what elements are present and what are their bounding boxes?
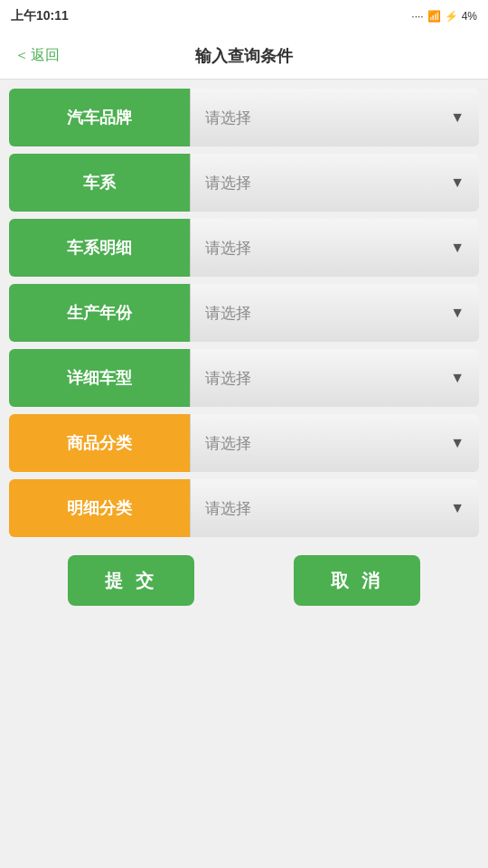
production-year-chevron-icon: ▼ — [450, 305, 465, 321]
product-category-value: 请选择 — [205, 433, 251, 454]
production-year-label: 生产年份 — [9, 284, 190, 342]
battery-percent: 4% — [462, 10, 477, 23]
form-content: 汽车品牌 请选择 ▼ 车系 请选择 ▼ 车系明细 请选择 ▼ 生产年份 请选择 … — [0, 80, 488, 615]
car-brand-value: 请选择 — [205, 108, 251, 128]
car-series-label: 车系 — [9, 154, 190, 212]
product-category-select[interactable]: 请选择 ▼ — [190, 414, 479, 472]
detail-category-value: 请选择 — [205, 498, 251, 519]
production-year-value: 请选择 — [205, 303, 251, 324]
car-series-detail-select[interactable]: 请选择 ▼ — [190, 219, 479, 277]
back-label: 返回 — [31, 46, 60, 65]
car-brand-chevron-icon: ▼ — [450, 109, 465, 126]
car-series-detail-value: 请选择 — [205, 238, 251, 259]
back-chevron-icon: ＜ — [14, 46, 29, 65]
production-year-select[interactable]: 请选择 ▼ — [190, 284, 479, 342]
product-category-chevron-icon: ▼ — [450, 435, 465, 451]
button-row: 提 交 取 消 — [9, 555, 479, 606]
car-brand-select[interactable]: 请选择 ▼ — [190, 89, 479, 146]
car-model-row: 详细车型 请选择 ▼ — [9, 349, 479, 407]
car-model-select[interactable]: 请选择 ▼ — [190, 349, 479, 407]
back-button[interactable]: ＜ 返回 — [0, 46, 74, 65]
detail-category-row: 明细分类 请选择 ▼ — [9, 479, 479, 537]
product-category-label: 商品分类 — [9, 414, 190, 472]
submit-button[interactable]: 提 交 — [68, 555, 194, 606]
car-series-value: 请选择 — [205, 173, 251, 193]
car-series-row: 车系 请选择 ▼ — [9, 154, 479, 212]
detail-category-label: 明细分类 — [9, 479, 190, 537]
car-series-chevron-icon: ▼ — [450, 175, 465, 191]
car-model-chevron-icon: ▼ — [450, 370, 465, 386]
detail-category-chevron-icon: ▼ — [450, 500, 465, 516]
car-series-detail-chevron-icon: ▼ — [450, 240, 465, 256]
car-series-detail-row: 车系明细 请选择 ▼ — [9, 219, 479, 277]
status-icons: ···· 📶 ⚡ 4% — [411, 10, 477, 23]
car-model-value: 请选择 — [205, 368, 251, 389]
battery-charging-icon: ⚡ — [445, 10, 458, 23]
car-model-label: 详细车型 — [9, 349, 190, 407]
status-bar: 上午10:11 ···· 📶 ⚡ 4% — [0, 0, 488, 33]
signal-icon: ···· — [411, 10, 423, 23]
car-brand-label: 汽车品牌 — [9, 89, 190, 146]
cancel-button[interactable]: 取 消 — [294, 555, 420, 606]
wifi-icon: 📶 — [427, 10, 441, 23]
production-year-row: 生产年份 请选择 ▼ — [9, 284, 479, 342]
car-brand-row: 汽车品牌 请选择 ▼ — [9, 89, 479, 146]
car-series-select[interactable]: 请选择 ▼ — [190, 154, 479, 212]
car-series-detail-label: 车系明细 — [9, 219, 190, 277]
product-category-row: 商品分类 请选择 ▼ — [9, 414, 479, 472]
detail-category-select[interactable]: 请选择 ▼ — [190, 479, 479, 537]
page-title: 输入查询条件 — [195, 45, 293, 67]
header: ＜ 返回 输入查询条件 — [0, 33, 488, 80]
status-time: 上午10:11 — [11, 8, 69, 24]
